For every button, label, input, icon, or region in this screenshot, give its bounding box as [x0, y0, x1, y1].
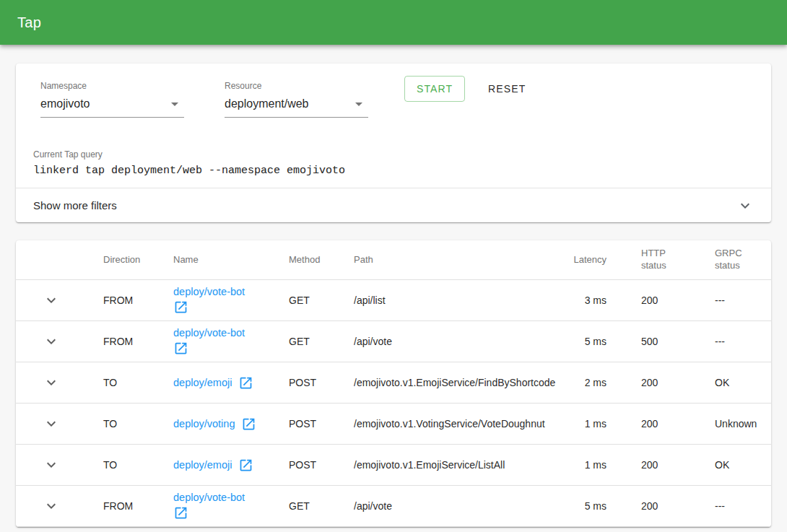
- resource-value: deployment/web: [225, 97, 309, 110]
- table-row: FROM deploy/vote-bot GET /api/list 3 ms …: [16, 280, 771, 321]
- path-cell: /emojivoto.v1.VotingService/VoteDoughnut: [354, 418, 559, 429]
- table-row: FROM deploy/vote-bot GET /api/vote 5 ms …: [16, 486, 771, 527]
- http-status-cell: 200: [606, 377, 715, 388]
- current-tap-query: Current Tap query linkerd tap deployment…: [33, 149, 754, 188]
- grpc-status-cell: ---: [715, 295, 771, 306]
- column-path: Path: [354, 254, 559, 266]
- method-cell: GET: [289, 500, 354, 512]
- reset-button[interactable]: RESET: [482, 76, 531, 102]
- direction-cell: FROM: [103, 295, 173, 306]
- latency-cell: 5 ms: [559, 500, 606, 512]
- http-status-cell: 500: [606, 336, 715, 347]
- open-in-new-icon[interactable]: [173, 341, 188, 356]
- chevron-down-icon: [736, 197, 754, 214]
- latency-cell: 1 ms: [559, 418, 606, 429]
- resource-link[interactable]: deploy/vote-bot: [173, 327, 245, 339]
- column-name: Name: [173, 254, 289, 266]
- open-in-new-icon[interactable]: [238, 375, 253, 391]
- namespace-select[interactable]: Namespace emojivoto: [40, 81, 184, 118]
- resource-link[interactable]: deploy/voting: [173, 418, 235, 429]
- expand-row-button[interactable]: [43, 292, 60, 309]
- namespace-value: emojivoto: [40, 97, 90, 110]
- chevron-down-icon: [43, 333, 60, 350]
- table-row: TO deploy/emoji POST /emojivoto.v1.Emoji…: [16, 362, 771, 404]
- tap-filters-card: Namespace emojivoto Resource deployment/…: [16, 64, 771, 222]
- http-status-cell: 200: [606, 295, 715, 306]
- http-status-cell: 200: [606, 418, 715, 429]
- table-body: FROM deploy/vote-bot GET /api/list 3 ms …: [16, 280, 771, 527]
- resource-link[interactable]: deploy/vote-bot: [173, 286, 245, 297]
- expand-row-button[interactable]: [43, 497, 60, 515]
- dropdown-arrow-icon: [355, 103, 362, 106]
- direction-cell: TO: [103, 377, 173, 388]
- resource-link[interactable]: deploy/emoji: [173, 459, 232, 471]
- app-bar: Tap: [0, 0, 787, 45]
- column-http-status: HTTP status: [641, 248, 676, 272]
- path-cell: /emojivoto.v1.EmojiService/ListAll: [354, 459, 559, 471]
- direction-cell: TO: [103, 418, 173, 429]
- dropdown-arrow-icon: [171, 103, 178, 106]
- chevron-down-icon: [43, 497, 60, 515]
- namespace-label: Namespace: [40, 81, 184, 91]
- latency-cell: 1 ms: [559, 459, 606, 471]
- http-status-cell: 200: [606, 500, 715, 512]
- http-status-cell: 200: [606, 459, 715, 471]
- page-title: Tap: [17, 14, 41, 31]
- expand-row-button[interactable]: [43, 415, 60, 432]
- open-in-new-icon[interactable]: [173, 300, 188, 315]
- column-latency: Latency: [559, 254, 606, 266]
- chevron-down-icon: [43, 456, 60, 474]
- latency-cell: 2 ms: [559, 377, 606, 388]
- open-in-new-icon[interactable]: [238, 458, 253, 473]
- query-command: linkerd tap deployment/web --namespace e…: [33, 165, 754, 188]
- resource-link[interactable]: deploy/vote-bot: [173, 492, 245, 503]
- direction-cell: TO: [103, 459, 173, 471]
- show-more-filters-toggle[interactable]: Show more filters: [16, 188, 771, 222]
- grpc-status-cell: OK: [715, 377, 771, 388]
- resource-select[interactable]: Resource deployment/web: [225, 81, 368, 118]
- column-direction: Direction: [103, 254, 173, 266]
- path-cell: /emojivoto.v1.EmojiService/FindByShortco…: [354, 377, 559, 388]
- chevron-down-icon: [43, 374, 60, 391]
- expand-row-button[interactable]: [43, 456, 60, 474]
- method-cell: POST: [289, 459, 354, 471]
- resource-label: Resource: [225, 81, 368, 91]
- latency-cell: 5 ms: [559, 336, 606, 347]
- expand-row-button[interactable]: [43, 374, 60, 391]
- table-row: FROM deploy/vote-bot GET /api/vote 5 ms …: [16, 321, 771, 362]
- direction-cell: FROM: [103, 500, 173, 512]
- method-cell: GET: [289, 295, 354, 306]
- table-row: TO deploy/emoji POST /emojivoto.v1.Emoji…: [16, 445, 771, 486]
- resource-link[interactable]: deploy/emoji: [173, 377, 232, 388]
- open-in-new-icon[interactable]: [241, 417, 256, 432]
- method-cell: POST: [289, 418, 354, 429]
- table-header-row: Direction Name Method Path Latency HTTP …: [16, 240, 771, 280]
- latency-cell: 3 ms: [559, 295, 606, 306]
- direction-cell: FROM: [103, 336, 173, 347]
- query-label: Current Tap query: [33, 149, 754, 160]
- column-grpc-status: GRPC status: [715, 248, 749, 272]
- column-method: Method: [289, 254, 354, 266]
- method-cell: POST: [289, 377, 354, 388]
- grpc-status-cell: ---: [715, 336, 771, 347]
- chevron-down-icon: [43, 292, 60, 309]
- method-cell: GET: [289, 336, 354, 347]
- tap-results-table: Direction Name Method Path Latency HTTP …: [16, 240, 771, 527]
- chevron-down-icon: [43, 415, 60, 432]
- path-cell: /api/vote: [354, 336, 559, 347]
- grpc-status-cell: ---: [715, 500, 771, 512]
- grpc-status-cell: OK: [715, 459, 771, 471]
- open-in-new-icon[interactable]: [173, 505, 188, 520]
- path-cell: /api/list: [354, 295, 559, 306]
- grpc-status-cell: Unknown: [715, 418, 771, 429]
- table-row: TO deploy/voting POST /emojivoto.v1.Voti…: [16, 404, 771, 445]
- show-more-filters-label: Show more filters: [33, 199, 117, 212]
- path-cell: /api/vote: [354, 500, 559, 512]
- start-button[interactable]: START: [404, 76, 465, 102]
- expand-row-button[interactable]: [43, 333, 60, 350]
